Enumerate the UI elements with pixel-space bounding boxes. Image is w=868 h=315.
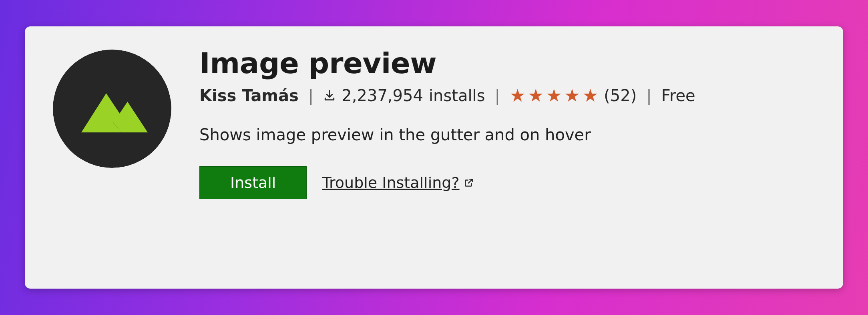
- extension-description: Shows image preview in the gutter and on…: [199, 126, 815, 144]
- star-icon: ★: [564, 87, 580, 104]
- separator-icon: |: [646, 86, 651, 105]
- star-icon: ★: [546, 87, 562, 104]
- download-icon: [323, 89, 336, 102]
- review-count: (52): [604, 86, 637, 105]
- star-icon: ★: [510, 87, 525, 104]
- extension-logo: [53, 50, 171, 168]
- external-link-icon: [464, 177, 474, 188]
- extension-content: Image preview Kiss Tamás | 2,237,954 ins…: [199, 46, 815, 199]
- install-button[interactable]: Install: [199, 166, 307, 199]
- author-link[interactable]: Kiss Tamás: [199, 86, 299, 105]
- separator-icon: |: [495, 86, 500, 105]
- star-icon: ★: [528, 87, 543, 104]
- extension-card: Image preview Kiss Tamás | 2,237,954 ins…: [25, 26, 843, 289]
- price-label: Free: [661, 86, 695, 105]
- installs-stat: 2,237,954 installs: [323, 86, 485, 105]
- extension-meta-row: Kiss Tamás | 2,237,954 installs | ★: [199, 86, 815, 105]
- separator-icon: |: [308, 86, 313, 105]
- rating-block[interactable]: ★ ★ ★ ★ ★ (52): [510, 86, 637, 105]
- help-link-label: Trouble Installing?: [322, 174, 459, 191]
- action-row: Install Trouble Installing?: [199, 166, 815, 199]
- installs-label: installs: [429, 86, 485, 105]
- extension-title: Image preview: [199, 46, 815, 80]
- trouble-installing-link[interactable]: Trouble Installing?: [322, 174, 474, 191]
- installs-count: 2,237,954: [342, 86, 423, 105]
- gradient-background: Image preview Kiss Tamás | 2,237,954 ins…: [0, 0, 868, 315]
- star-icon: ★: [583, 87, 598, 104]
